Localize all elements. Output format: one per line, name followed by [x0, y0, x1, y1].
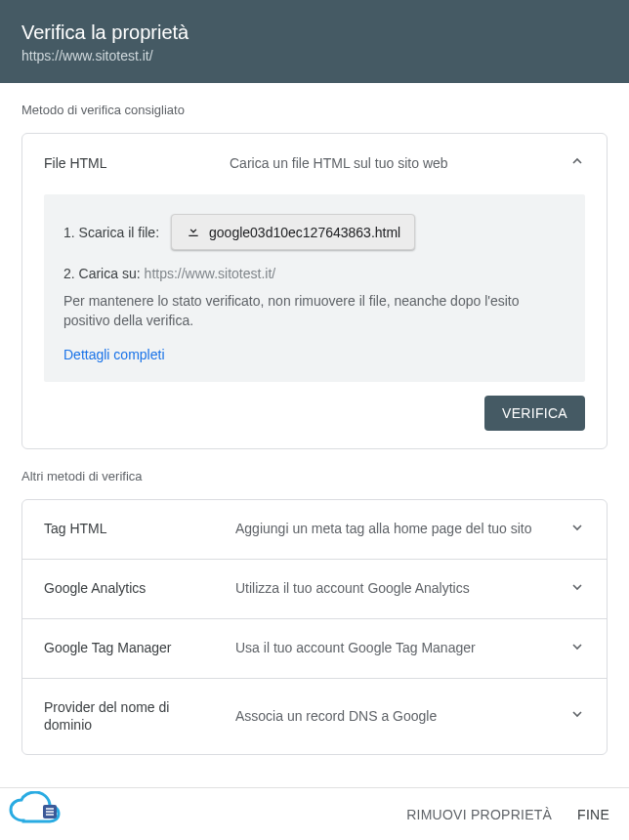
method-item-google-analytics[interactable]: Google Analytics Utilizza il tuo account… — [22, 560, 607, 619]
dialog-url: https://www.sitotest.it/ — [21, 48, 608, 63]
chevron-down-icon — [569, 520, 585, 539]
method-desc: Carica un file HTML sul tuo sito web — [230, 155, 550, 171]
other-methods-section-label: Altri metodi di verifica — [21, 449, 608, 499]
step-2: 2. Carica su: https://www.sitotest.it/ — [63, 266, 566, 281]
chevron-up-icon[interactable] — [569, 153, 585, 173]
chevron-down-icon — [569, 706, 585, 726]
method-desc: Utilizza il tuo account Google Analytics — [235, 579, 550, 598]
method-name: Provider del nome di dominio — [44, 698, 216, 735]
method-desc: Associa un record DNS a Google — [235, 707, 550, 726]
dialog-header: Verifica la proprietà https://www.sitote… — [0, 0, 629, 83]
method-name: Google Analytics — [44, 579, 216, 598]
step-2-label: 2. Carica su: — [63, 266, 141, 281]
done-button[interactable]: FINE — [577, 807, 609, 822]
other-methods-list: Tag HTML Aggiungi un meta tag alla home … — [21, 499, 608, 756]
download-icon — [186, 223, 201, 241]
step-1-label: 1. Scarica il file: — [63, 225, 159, 240]
chevron-down-icon — [569, 579, 585, 599]
full-details-link[interactable]: Dettagli completi — [63, 347, 566, 362]
method-item-dns-provider[interactable]: Provider del nome di dominio Associa un … — [22, 679, 607, 755]
download-filename: google03d10ec127643863.html — [209, 225, 400, 240]
recommended-method-header[interactable]: File HTML Carica un file HTML sul tuo si… — [44, 153, 585, 173]
download-file-button[interactable]: google03d10ec127643863.html — [171, 214, 415, 250]
method-name: File HTML — [44, 155, 210, 171]
instructions-panel: 1. Scarica il file: google03d10ec1276438… — [44, 194, 585, 382]
verify-button[interactable]: VERIFICA — [484, 396, 585, 431]
method-desc: Aggiungi un meta tag alla home page del … — [235, 520, 550, 538]
method-name: Tag HTML — [44, 520, 216, 538]
verification-note: Per mantenere lo stato verificato, non r… — [63, 291, 566, 331]
dialog-title: Verifica la proprietà — [21, 21, 608, 44]
method-item-google-tag-manager[interactable]: Google Tag Manager Usa il tuo account Go… — [22, 619, 607, 679]
remove-property-button[interactable]: RIMUOVI PROPRIETÀ — [406, 807, 552, 822]
chevron-down-icon — [569, 639, 585, 658]
recommended-section-label: Metodo di verifica consigliato — [21, 83, 608, 133]
step-2-url: https://www.sitotest.it/ — [145, 266, 276, 281]
dialog-footer: RIMUOVI PROPRIETÀ FINE — [0, 787, 629, 840]
cloud-logo-icon — [6, 791, 64, 834]
step-1: 1. Scarica il file: google03d10ec1276438… — [63, 214, 566, 250]
method-name: Google Tag Manager — [44, 639, 216, 657]
method-desc: Usa il tuo account Google Tag Manager — [235, 639, 550, 657]
recommended-method-card: File HTML Carica un file HTML sul tuo si… — [21, 133, 608, 449]
method-item-html-tag[interactable]: Tag HTML Aggiungi un meta tag alla home … — [22, 500, 607, 560]
